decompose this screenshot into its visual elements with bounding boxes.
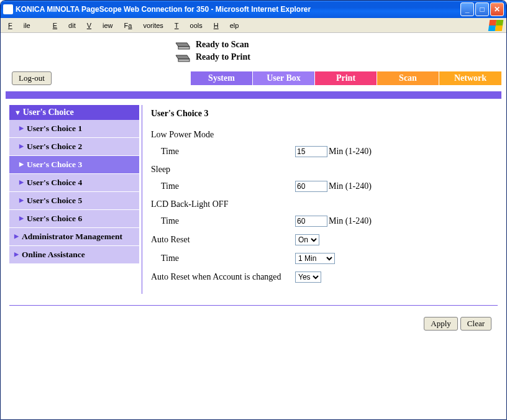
- svg-marker-0: [176, 43, 190, 47]
- menu-file[interactable]: File: [8, 22, 42, 29]
- sidebar-item-choice2[interactable]: User's Choice 2: [9, 138, 139, 156]
- menu-help[interactable]: Help: [214, 22, 239, 29]
- window-title: KONICA MINOLTA PageScope Web Connection …: [16, 5, 460, 14]
- topbar: Log-out System User Box Print Scan Netwo…: [6, 71, 501, 85]
- settings-panel: User's Choice 3 Low Power Mode Time Min …: [142, 105, 501, 294]
- page-content: Ready to Scan Ready to Print Log-out Sys…: [1, 33, 506, 419]
- tab-userbox[interactable]: User Box: [253, 71, 315, 85]
- tab-network[interactable]: Network: [439, 71, 501, 85]
- sidebar-item-choice5[interactable]: User's Choice 5: [9, 192, 139, 210]
- sidebar-item-admin[interactable]: Administrator Management: [9, 228, 139, 246]
- sleep-time-suffix: Min (1-240): [329, 181, 372, 191]
- lcd-time-suffix: Min (1-240): [329, 216, 372, 226]
- svg-marker-2: [176, 55, 190, 59]
- nav-tabs: System User Box Print Scan Network: [191, 71, 501, 85]
- main-layout: User's Choice User's Choice 1 User's Cho…: [6, 105, 501, 294]
- menu-view[interactable]: View: [87, 22, 113, 29]
- sidebar: User's Choice User's Choice 1 User's Cho…: [6, 105, 142, 294]
- clear-button[interactable]: Clear: [460, 317, 491, 331]
- low-power-time-label: Time: [151, 147, 295, 157]
- panel-title: User's Choice 3: [151, 109, 493, 119]
- sidebar-item-choice3[interactable]: User's Choice 3: [9, 156, 139, 174]
- auto-reset-time-select[interactable]: 1 Min: [295, 253, 335, 264]
- tab-system[interactable]: System: [191, 71, 253, 85]
- app-icon: [3, 4, 13, 14]
- sidebar-item-online[interactable]: Online Assistance: [9, 246, 139, 264]
- auto-reset-time-label: Time: [151, 253, 295, 263]
- low-power-time-suffix: Min (1-240): [329, 147, 372, 157]
- menu-edit[interactable]: Edit: [53, 22, 76, 29]
- status-scan: Ready to Scan: [196, 40, 249, 50]
- svg-rect-1: [178, 47, 190, 49]
- windows-flag-icon: [488, 20, 504, 31]
- window-controls: _ □ ✕: [460, 2, 504, 16]
- low-power-time-input[interactable]: [295, 146, 327, 157]
- svg-rect-3: [178, 59, 190, 62]
- low-power-label: Low Power Mode: [151, 130, 493, 140]
- bottom-buttons: Apply Clear: [6, 317, 491, 331]
- menu-favorites[interactable]: Favorites: [124, 22, 163, 29]
- sidebar-item-choice1[interactable]: User's Choice 1: [9, 120, 139, 138]
- tab-scan[interactable]: Scan: [377, 71, 439, 85]
- sidebar-item-choice4[interactable]: User's Choice 4: [9, 174, 139, 192]
- menu-tools[interactable]: Tools: [175, 22, 203, 29]
- sidebar-header-users-choice[interactable]: User's Choice: [9, 105, 139, 120]
- tab-print[interactable]: Print: [315, 71, 377, 85]
- logout-button[interactable]: Log-out: [12, 71, 52, 85]
- auto-reset-select[interactable]: On: [295, 234, 319, 245]
- sidebar-item-choice6[interactable]: User's Choice 6: [9, 210, 139, 228]
- menubar: File Edit View Favorites Tools Help: [1, 18, 506, 33]
- minimize-button[interactable]: _: [460, 2, 474, 16]
- status-block: Ready to Scan Ready to Print: [175, 39, 501, 63]
- maximize-button[interactable]: □: [475, 2, 489, 16]
- accent-bar: [6, 91, 501, 99]
- acct-reset-select[interactable]: Yes: [295, 272, 321, 283]
- auto-reset-label: Auto Reset: [151, 235, 295, 245]
- sleep-label: Sleep: [151, 165, 493, 175]
- lcd-time-label: Time: [151, 216, 295, 226]
- printer-icon: [175, 52, 191, 63]
- divider: [9, 305, 498, 306]
- sleep-time-label: Time: [151, 181, 295, 191]
- scanner-icon: [175, 39, 191, 50]
- lcd-time-input[interactable]: [295, 216, 327, 227]
- acct-reset-label: Auto Reset when Account is changed: [151, 272, 295, 282]
- status-print: Ready to Print: [196, 52, 250, 62]
- titlebar: KONICA MINOLTA PageScope Web Connection …: [1, 1, 506, 18]
- lcd-label: LCD Back-Light OFF: [151, 199, 493, 209]
- app-window: KONICA MINOLTA PageScope Web Connection …: [0, 0, 507, 420]
- apply-button[interactable]: Apply: [424, 317, 458, 331]
- sleep-time-input[interactable]: [295, 181, 327, 192]
- close-button[interactable]: ✕: [490, 2, 504, 16]
